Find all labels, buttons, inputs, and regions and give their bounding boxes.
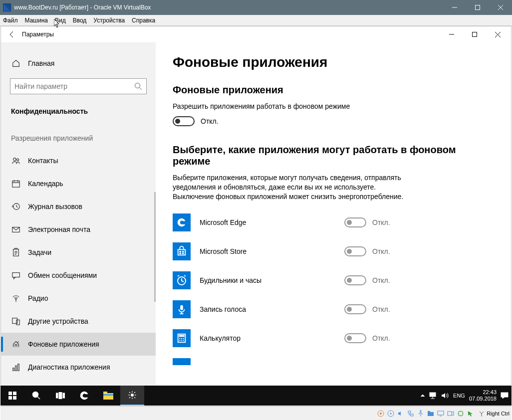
allow-background-state: Откл. xyxy=(201,117,219,125)
vbox-maximize-button[interactable] xyxy=(466,0,489,15)
svg-rect-13 xyxy=(13,368,14,371)
sidebar-search[interactable] xyxy=(10,78,147,94)
sidebar-item-contacts[interactable]: Контакты xyxy=(1,149,156,172)
sidebar-item-email[interactable]: Электронная почта xyxy=(1,218,156,241)
store-icon xyxy=(173,242,191,260)
vbox-close-button[interactable] xyxy=(489,0,512,15)
sidebar-home-label: Главная xyxy=(28,59,54,67)
svg-point-28 xyxy=(181,340,182,341)
edge-icon xyxy=(173,213,191,231)
alarms-icon xyxy=(173,271,191,289)
settings-minimize-button[interactable] xyxy=(440,26,463,42)
sidebar-home[interactable]: Главная xyxy=(1,53,156,73)
tray-volume-icon[interactable] xyxy=(441,392,449,399)
settings-close-button[interactable] xyxy=(486,26,509,42)
svg-point-41 xyxy=(131,394,134,397)
app-row-voicerecorder: Запись голоса Откл. xyxy=(173,300,494,318)
sidebar-item-radio[interactable]: Радио xyxy=(1,287,156,310)
app-row-edge: Microsoft Edge Откл. xyxy=(173,213,494,231)
allow-description: Разрешить приложениям работать в фоновом… xyxy=(173,102,407,111)
vbox-network-icon[interactable] xyxy=(406,410,415,418)
svg-rect-40 xyxy=(103,394,113,396)
svg-point-3 xyxy=(13,158,16,161)
settings-titlebar: Параметры xyxy=(1,26,511,42)
vbox-audio-icon[interactable] xyxy=(396,410,405,418)
sidebar-item-messaging[interactable]: Обмен сообщениями xyxy=(1,264,156,287)
menu-input[interactable]: Ввод xyxy=(73,17,87,24)
svg-rect-1 xyxy=(473,32,477,37)
vbox-usb-icon[interactable] xyxy=(416,410,425,418)
sidebar-item-callhistory[interactable]: Журнал вызовов xyxy=(1,195,156,218)
app-toggle-voicerecorder[interactable] xyxy=(344,304,366,314)
app-name-label: Калькулятор xyxy=(200,334,344,342)
sidebar-item-label: Обмен сообщениями xyxy=(28,271,97,279)
vbox-host-key[interactable]: Right Ctrl xyxy=(478,410,510,417)
vbox-display-icon[interactable] xyxy=(436,410,445,418)
taskbar-explorer[interactable] xyxy=(96,386,120,406)
tray-date: 07.09.2018 xyxy=(469,396,497,402)
taskbar-search-button[interactable] xyxy=(24,386,48,406)
vbox-window-title: www.BootDev.ru [Работает] - Oracle VM Vi… xyxy=(14,4,443,11)
vbox-shared-folders-icon[interactable] xyxy=(426,410,435,418)
app-state-label: Откл. xyxy=(372,218,390,226)
back-button[interactable] xyxy=(2,26,22,42)
svg-rect-39 xyxy=(103,392,107,394)
menu-machine[interactable]: Машина xyxy=(25,17,48,24)
diagnostics-icon xyxy=(11,363,21,372)
app-row-store: Microsoft Store Откл. xyxy=(173,242,494,260)
backgroundapps-icon xyxy=(11,340,21,349)
vbox-mouse-integration-icon[interactable] xyxy=(466,410,475,418)
sidebar-item-calendar[interactable]: Календарь xyxy=(1,172,156,195)
app-toggle-calculator[interactable] xyxy=(344,333,366,343)
virtualbox-menubar: Файл Машина Вид Ввод Устройства Справка xyxy=(0,15,512,26)
vbox-minimize-button[interactable] xyxy=(443,0,466,15)
tray-time: 22:43 xyxy=(469,389,497,396)
app-toggle-store[interactable] xyxy=(344,246,366,256)
search-icon xyxy=(134,82,142,90)
vbox-recording-icon[interactable] xyxy=(446,410,455,418)
allow-background-toggle[interactable] xyxy=(173,116,195,126)
svg-rect-18 xyxy=(179,252,181,254)
tray-language[interactable]: ENG xyxy=(453,393,465,399)
menu-file[interactable]: Файл xyxy=(3,17,18,24)
app-row-calculator: Калькулятор Откл. xyxy=(173,329,494,347)
svg-point-25 xyxy=(181,338,182,339)
svg-rect-36 xyxy=(59,392,62,399)
calculator-icon xyxy=(173,329,191,347)
search-input[interactable] xyxy=(14,82,134,90)
sidebar-item-appdiagnostics[interactable]: Диагностика приложения xyxy=(1,356,156,379)
taskbar-edge[interactable] xyxy=(72,386,96,406)
menu-devices[interactable]: Устройства xyxy=(93,17,125,24)
tray-chevron-up-icon[interactable] xyxy=(420,393,425,398)
sidebar-item-otherdevices[interactable]: Другие устройства xyxy=(1,310,156,333)
menu-help[interactable]: Справка xyxy=(132,17,155,24)
vbox-hdd-icon[interactable] xyxy=(376,410,385,418)
start-button[interactable] xyxy=(0,386,24,406)
tray-network-icon[interactable] xyxy=(429,392,437,399)
partial-icon xyxy=(173,358,191,365)
sidebar-item-backgroundapps[interactable]: Фоновые приложения xyxy=(1,333,156,356)
taskbar-settings[interactable] xyxy=(120,386,144,406)
action-center-icon[interactable] xyxy=(501,392,509,399)
vbox-cpu-icon[interactable] xyxy=(456,410,465,418)
settings-maximize-button[interactable] xyxy=(463,26,486,42)
svg-rect-14 xyxy=(15,366,17,371)
vbox-optical-icon[interactable] xyxy=(386,410,395,418)
taskview-button[interactable] xyxy=(48,386,72,406)
system-tray: ENG 22:43 07.09.2018 xyxy=(420,389,512,402)
svg-rect-31 xyxy=(13,392,16,395)
app-toggle-edge[interactable] xyxy=(344,217,366,227)
sidebar-item-tasks[interactable]: Задачи xyxy=(1,241,156,264)
app-toggle-alarms[interactable] xyxy=(344,275,366,285)
sidebar-item-label: Радио xyxy=(28,294,48,302)
app-row-alarms: Будильники и часы Откл. xyxy=(173,271,494,289)
sidebar-item-label: Другие устройства xyxy=(28,317,88,325)
svg-rect-43 xyxy=(501,393,508,397)
svg-rect-21 xyxy=(180,305,183,310)
svg-rect-23 xyxy=(179,335,185,337)
calendar-icon xyxy=(11,179,21,188)
settings-sidebar: Главная Конфиденциальность Разрешения пр… xyxy=(1,42,156,405)
sidebar-item-label: Календарь xyxy=(28,180,63,188)
svg-rect-49 xyxy=(411,414,413,416)
tray-clock[interactable]: 22:43 07.09.2018 xyxy=(469,389,497,402)
